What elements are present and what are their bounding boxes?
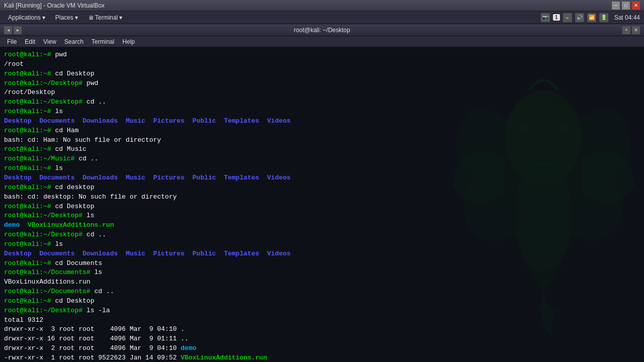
places-arrow: ▾ <box>75 14 78 21</box>
terminal-menu-bar: File Edit View Search Terminal Help <box>0 36 644 47</box>
terminal-menu-file[interactable]: File <box>4 38 20 46</box>
terminal-content[interactable]: root@kali:~# pwd /root root@kali:~# cd D… <box>0 47 644 362</box>
term-win-button-right[interactable]: ▸ <box>14 26 22 34</box>
line-23: root@kali:~# cd Documents <box>4 259 640 268</box>
line-6: root@kali:~/Desktop# cd .. <box>4 98 640 107</box>
line-26: root@kali:~/Documents# cd .. <box>4 287 640 297</box>
workspace-badge[interactable]: 1 <box>553 14 560 21</box>
terminal-menu-help[interactable]: Help <box>119 38 138 46</box>
line-2: /root <box>4 60 640 69</box>
applications-menu[interactable]: Applications ▾ <box>4 13 49 22</box>
line-13: root@kali:~# ls <box>4 164 640 173</box>
line-10: bash: cd: Ham: No such file or directory <box>4 136 640 145</box>
audio-icon[interactable]: 🔊 <box>575 13 584 22</box>
screenshot-icon[interactable]: 📷 <box>541 13 550 22</box>
line-29: total 9312 <box>4 316 640 325</box>
terminal-menu-search[interactable]: Search <box>61 38 87 46</box>
terminal-label: Terminal <box>95 14 118 21</box>
line-22: Desktop Documents Downloads Music Pictur… <box>4 249 640 259</box>
line-31: drwxr-xr-x 16 root root 4096 Mar 9 01:11… <box>4 334 640 344</box>
line-20: root@kali:~/Desktop# cd .. <box>4 230 640 240</box>
line-15: root@kali:~# cd desktop <box>4 183 640 193</box>
terminal-arrow: ▾ <box>119 14 122 21</box>
line-30: drwxr-xr-x 3 root root 4096 Mar 9 04:10 … <box>4 325 640 334</box>
term-new-tab[interactable]: + <box>622 26 630 34</box>
network-icon[interactable]: 📶 <box>587 13 596 22</box>
line-33: -rwxr-xr-x 1 root root 9522623 Jan 14 09… <box>4 353 640 362</box>
edit-icon[interactable]: ✏ <box>563 13 572 22</box>
line-28: root@kali:~/Desktop# ls -la <box>4 306 640 316</box>
line-8: Desktop Documents Downloads Music Pictur… <box>4 117 640 126</box>
terminal-menu-view[interactable]: View <box>40 38 59 46</box>
terminal-titlebar: ◂ ▸ root@kali: ~/Desktop + ✕ <box>0 24 644 36</box>
window-titlebar: Kali [Running] - Oracle VM VirtualBox ─ … <box>0 0 644 11</box>
close-button[interactable]: ✕ <box>632 2 640 10</box>
battery-icon[interactable]: 🔋 <box>599 13 608 22</box>
line-3: root@kali:~# cd Desktop <box>4 69 640 79</box>
line-27: root@kali:~# cd Desktop <box>4 297 640 306</box>
places-label: Places <box>55 14 73 21</box>
window-title: Kali [Running] - Oracle VM VirtualBox <box>4 2 105 9</box>
terminal-menu-item[interactable]: 🖥 Terminal ▾ <box>84 13 126 22</box>
terminal-window: ◂ ▸ root@kali: ~/Desktop + ✕ File Edit V… <box>0 24 644 362</box>
places-menu[interactable]: Places ▾ <box>51 13 82 22</box>
line-1: root@kali:~# pwd <box>4 50 640 60</box>
line-21: root@kali:~# ls <box>4 240 640 249</box>
term-close-tab[interactable]: ✕ <box>632 26 640 34</box>
kali-menubar: Applications ▾ Places ▾ 🖥 Terminal ▾ 📷 1… <box>0 11 644 24</box>
clock: Sat 04:44 <box>614 14 640 21</box>
line-24: root@kali:~/Documents# ls <box>4 268 640 278</box>
window-controls: ─ □ ✕ <box>612 2 640 10</box>
line-32: drwxr-xr-x 2 root root 4096 Mar 9 04:10 … <box>4 344 640 353</box>
line-11: root@kali:~# cd Music <box>4 145 640 154</box>
line-14: Desktop Documents Downloads Music Pictur… <box>4 173 640 183</box>
terminal-menu-terminal[interactable]: Terminal <box>89 38 117 46</box>
line-17: root@kali:~# cd Desktop <box>4 202 640 212</box>
line-25: VBoxLinuxAdditions.run <box>4 278 640 287</box>
terminal-win-controls: ◂ ▸ <box>4 26 22 34</box>
line-12: root@kali:~/Music# cd .. <box>4 154 640 164</box>
line-4: root@kali:~/Desktop# pwd <box>4 79 640 88</box>
line-18: root@kali:~/Desktop# ls <box>4 211 640 221</box>
line-19: demo VBoxLinuxAdditions.run <box>4 221 640 230</box>
terminal-menu-edit[interactable]: Edit <box>22 38 38 46</box>
applications-arrow: ▾ <box>42 14 45 21</box>
line-5: /root/Desktop <box>4 88 640 98</box>
terminal-icon: 🖥 <box>88 15 94 21</box>
minimize-button[interactable]: ─ <box>612 2 620 10</box>
line-7: root@kali:~# ls <box>4 107 640 117</box>
maximize-button[interactable]: □ <box>622 2 630 10</box>
term-win-button-left[interactable]: ◂ <box>4 26 12 34</box>
line-16: bash: cd: desktop: No such file or direc… <box>4 193 640 202</box>
system-tray: 📷 1 ✏ 🔊 📶 🔋 <box>541 13 608 22</box>
applications-label: Applications <box>8 14 41 21</box>
terminal-window-title: root@kali: ~/Desktop <box>22 27 622 34</box>
line-9: root@kali:~# cd Ham <box>4 126 640 136</box>
terminal-win-controls-right: + ✕ <box>622 26 640 34</box>
